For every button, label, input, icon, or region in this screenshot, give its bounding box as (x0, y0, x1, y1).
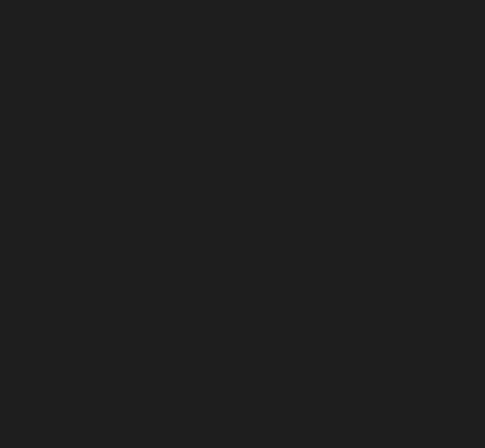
code-editor[interactable] (0, 0, 485, 448)
